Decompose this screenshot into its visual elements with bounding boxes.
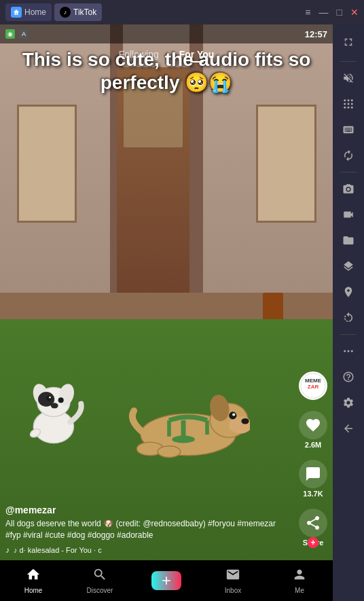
svg-point-24 [344, 99, 346, 101]
svg-point-31 [348, 107, 350, 109]
tab-home[interactable]: Home [5, 3, 52, 21]
location-button[interactable] [336, 280, 361, 304]
separator-3 [340, 334, 357, 335]
svg-point-16 [241, 418, 249, 424]
like-button[interactable] [299, 411, 327, 439]
svg-point-5 [46, 395, 52, 401]
svg-point-28 [348, 103, 350, 105]
status-bar-left: ◉ A [5, 29, 29, 39]
menu-icon[interactable]: ≡ [305, 7, 310, 18]
svg-point-7 [49, 397, 51, 399]
nav-profile-icon [292, 567, 307, 585]
status-icon-a: A [19, 29, 29, 39]
nav-inbox[interactable]: Inbox [200, 567, 266, 594]
grid-dots-button[interactable] [336, 92, 361, 116]
video-background [0, 24, 333, 560]
status-icon-green: ◉ [5, 29, 15, 39]
tab-home-label: Home [24, 7, 46, 17]
video-scene [0, 24, 333, 560]
tiktok-icon: ♪ [60, 7, 71, 18]
nav-inbox-label: Inbox [225, 587, 241, 594]
comment-count: 13.7K [303, 490, 323, 498]
svg-point-25 [348, 99, 350, 101]
phone-area: ◉ A 12:57 Following For You [0, 24, 333, 601]
svg-point-34 [348, 350, 350, 352]
back-button[interactable] [336, 416, 361, 441]
expand-button[interactable] [336, 30, 361, 54]
creator-avatar[interactable]: MEME ZAR [299, 371, 327, 400]
window-controls: ≡ — □ ✕ [305, 7, 359, 18]
follow-plus-icon[interactable]: + [308, 537, 318, 548]
help-button[interactable] [336, 365, 361, 389]
svg-point-29 [351, 103, 353, 105]
folder-button[interactable] [336, 228, 361, 253]
svg-point-27 [344, 103, 346, 105]
share-button[interactable] [299, 509, 327, 537]
rotate-button[interactable] [336, 143, 361, 168]
top-bar: Home ♪ TikTok ≡ — □ ✕ [0, 0, 364, 24]
content-area: ◉ A 12:57 Following For You [0, 24, 364, 601]
nav-profile-label: Me [295, 587, 304, 594]
nav-home-icon [26, 567, 41, 585]
dog-brown [117, 314, 250, 517]
svg-point-33 [344, 350, 346, 352]
sync-button[interactable] [336, 306, 361, 330]
svg-point-30 [344, 107, 346, 109]
nav-discover-icon [92, 567, 107, 585]
close-icon[interactable]: ✕ [350, 7, 359, 18]
music-info: ♪ ♪ d· kalesalad - For You · c [5, 545, 292, 555]
camera-button[interactable] [336, 177, 361, 201]
nav-inbox-icon [225, 567, 240, 585]
status-time: 12:57 [305, 29, 327, 39]
maximize-icon[interactable]: □ [337, 7, 342, 18]
volume-button[interactable] [336, 66, 361, 90]
svg-text:MEME: MEME [305, 378, 322, 384]
music-note-icon: ♪ [5, 545, 10, 555]
svg-point-15 [232, 413, 235, 416]
nav-add[interactable] [133, 571, 200, 590]
right-actions: MEME ZAR + 2.6M [299, 371, 327, 547]
tab-tiktok-label: TikTok [73, 7, 96, 17]
svg-point-8 [50, 403, 58, 408]
svg-point-26 [351, 99, 353, 101]
separator-1 [340, 61, 357, 62]
keyboard-button[interactable] [336, 117, 361, 142]
dog-white [17, 319, 90, 507]
music-text: ♪ d· kalesalad - For You · c [14, 546, 102, 554]
window-left [17, 105, 77, 223]
bottom-nav: Home Discover Inbox [0, 560, 333, 601]
separator-2 [340, 172, 357, 172]
nav-discover-label: Discover [87, 587, 113, 594]
settings-button[interactable] [336, 390, 361, 415]
nav-home-label: Home [24, 587, 43, 594]
svg-point-6 [58, 397, 63, 403]
add-video-button[interactable] [151, 571, 181, 590]
svg-point-35 [351, 350, 353, 352]
right-toolbar [333, 24, 364, 601]
more-button[interactable] [336, 339, 361, 363]
nav-profile[interactable]: Me [266, 567, 333, 594]
comment-button-container: 13.7K [299, 460, 327, 498]
tab-tiktok[interactable]: ♪ TikTok [54, 3, 102, 21]
nav-home[interactable]: Home [0, 567, 67, 594]
tab-for-you[interactable]: For You [179, 49, 215, 62]
svg-point-18 [158, 446, 181, 458]
tab-following[interactable]: Following [119, 49, 159, 62]
status-bar: ◉ A 12:57 [0, 24, 333, 43]
video-record-button[interactable] [336, 202, 361, 227]
tiktok-nav: Following For You [0, 43, 333, 68]
home-icon [11, 7, 22, 18]
svg-text:ZAR: ZAR [308, 384, 319, 390]
minimize-icon[interactable]: — [319, 7, 329, 18]
window-right [256, 105, 316, 223]
svg-point-19 [172, 435, 195, 443]
username[interactable]: @memezar [5, 505, 292, 515]
nav-discover[interactable]: Discover [67, 567, 133, 594]
like-button-container: 2.6M [299, 411, 327, 449]
emulator-container: Home ♪ TikTok ≡ — □ ✕ ◉ A 12:57 [0, 0, 364, 601]
like-count: 2.6M [305, 441, 321, 449]
svg-point-32 [351, 107, 353, 109]
comment-button[interactable] [299, 460, 327, 488]
user-info: @memezar All dogs deserve the world 🐶 (c… [5, 505, 292, 555]
layers-button[interactable] [336, 254, 361, 278]
